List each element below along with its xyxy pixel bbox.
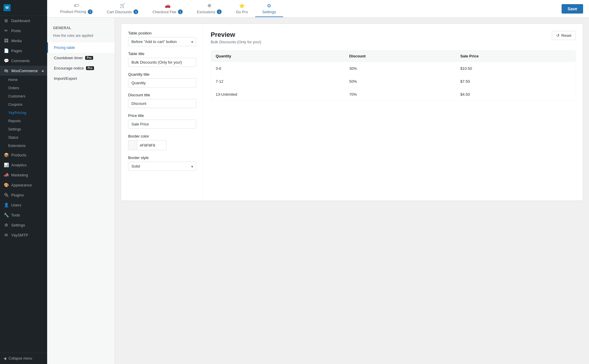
sidebar-item-media[interactable]: 🖼 Media: [0, 36, 47, 46]
preview-col-quantity: Quantity: [211, 50, 345, 62]
sidebar: W ⊞ Dashboard ✏ Posts 🖼 Media 📄 Pages 💬 …: [0, 0, 47, 364]
border-style-select[interactable]: SolidDashedDottedNone: [128, 162, 196, 171]
preview-table-body: 3-630%$10.507-1250%$7.5013-Unlimited70%$…: [211, 62, 576, 101]
tab-label: Cart Discounts 1: [107, 9, 138, 14]
cell-discount: 30%: [344, 62, 456, 75]
discount-title-input[interactable]: [128, 99, 196, 108]
users-icon: 👤: [4, 203, 9, 207]
preview-title-group: Preview Bulk Discounts (Only for you!): [211, 31, 261, 44]
sidebar-item-products[interactable]: 📦 Products: [0, 150, 47, 160]
sidebar-subitem-coupons[interactable]: Coupons: [0, 100, 47, 109]
preview-table-head: Quantity Discount Sale Price: [211, 50, 576, 62]
quantity-title-input[interactable]: [128, 78, 196, 87]
sidebar-item-dashboard[interactable]: ⊞ Dashboard: [0, 16, 47, 26]
table-position-select[interactable]: Before "Add to cart" buttonAfter "Add to…: [128, 37, 196, 46]
table-title-input[interactable]: [128, 58, 196, 67]
go-pro-icon: ⭐: [239, 3, 245, 9]
cell-sale-price: $7.50: [456, 75, 575, 88]
sidebar-item-appearance[interactable]: 🎨 Appearance: [0, 180, 47, 190]
sidebar-item-label: Orders: [8, 86, 19, 90]
checkout-fee-icon: 🚗: [165, 3, 171, 8]
form-group-table-title: Table title: [128, 52, 196, 67]
settings-section-subtitle: How the rules are applied: [47, 32, 115, 42]
settings-section-general: General: [47, 24, 115, 32]
sidebar-item-label: Coupons: [8, 102, 22, 107]
tab-product-pricing[interactable]: 🏷 Product Pricing 2: [53, 1, 100, 17]
sidebar-item-label: Analytics: [11, 163, 27, 167]
settings-nav-import-export[interactable]: Import/Export: [47, 73, 115, 84]
color-swatch: [128, 140, 137, 150]
form-group-border-color: Border color: [128, 134, 196, 150]
sidebar-item-label: Plugins: [11, 193, 24, 197]
border-color-wrapper[interactable]: [128, 140, 166, 150]
pages-icon: 📄: [4, 48, 9, 53]
settings-nav-encourage-notice[interactable]: Encourage notice Pro: [47, 63, 115, 73]
sidebar-item-tools[interactable]: 🔧 Tools: [0, 210, 47, 220]
sidebar-subitem-reports[interactable]: Reports: [0, 117, 47, 125]
sidebar-subitem-customers[interactable]: Customers: [0, 92, 47, 100]
sidebar-item-label: Status: [8, 135, 18, 140]
sidebar-subitem-settings-woo[interactable]: Settings: [0, 125, 47, 133]
tab-badge: 1: [217, 9, 222, 14]
form-group-quantity-title: Quantity title: [128, 72, 196, 87]
tab-checkout-fee[interactable]: 🚗 Checkout Fee 1: [145, 0, 190, 17]
save-button[interactable]: Save: [562, 4, 583, 14]
cell-quantity: 7-12: [211, 75, 345, 88]
wordpress-icon: W: [4, 4, 11, 11]
sidebar-subitem-status[interactable]: Status: [0, 133, 47, 142]
preview-table-header-row: Quantity Discount Sale Price: [211, 50, 576, 62]
tab-exclusions[interactable]: ⊗ Exclusions 1: [190, 0, 229, 17]
collapse-menu-button[interactable]: ◀ Collapse menu: [0, 353, 47, 364]
settings-nav-label: Import/Export: [54, 76, 77, 81]
form-group-discount-title: Discount title: [128, 93, 196, 108]
sidebar-subitem-extensions[interactable]: Extensions: [0, 142, 47, 150]
tab-cart-discounts[interactable]: 🛒 Cart Discounts 1: [100, 0, 145, 17]
sidebar-item-pages[interactable]: 📄 Pages: [0, 46, 47, 56]
form-group-table-position: Table position Before "Add to cart" butt…: [128, 31, 196, 46]
sidebar-item-label: Dashboard: [11, 19, 30, 23]
cell-quantity: 13-Unlimited: [211, 88, 345, 101]
sidebar-item-label: Customers: [8, 94, 25, 98]
settings-nav-label: Countdown timer: [54, 56, 83, 60]
sidebar-item-woocommerce[interactable]: 🛍 WooCommerce ◀: [0, 66, 47, 76]
sidebar-item-marketing[interactable]: 📣 Marketing: [0, 170, 47, 180]
sidebar-logo: W: [0, 0, 47, 16]
sidebar-subitem-home[interactable]: Home: [0, 76, 47, 84]
exclusions-icon: ⊗: [207, 3, 211, 8]
reset-button[interactable]: ↺ Reset: [552, 31, 576, 40]
tab-badge: 2: [88, 9, 93, 14]
sidebar-item-settings[interactable]: ⚙ Settings: [0, 220, 47, 230]
tab-settings[interactable]: ⚙ Settings: [255, 1, 283, 17]
border-style-label: Border style: [128, 155, 196, 160]
table-title-label: Table title: [128, 52, 196, 56]
settings-icon: ⚙: [4, 223, 9, 227]
sidebar-subitem-orders[interactable]: Orders: [0, 84, 47, 92]
sidebar-item-yaysmtp[interactable]: ✉ YaySMTP: [0, 230, 47, 240]
cell-sale-price: $4.50: [456, 88, 575, 101]
settings-nav-countdown-timer[interactable]: Countdown timer Pro: [47, 53, 115, 63]
preview-col-discount: Discount: [344, 50, 456, 62]
sidebar-item-label: Settings: [11, 223, 25, 227]
tab-label: Checkout Fee 1: [152, 9, 183, 14]
product-pricing-icon: 🏷: [74, 3, 79, 8]
sidebar-item-label: Media: [11, 39, 22, 43]
sidebar-item-label: Products: [11, 153, 26, 157]
sidebar-subitem-yaypricing[interactable]: YayPricing: [0, 109, 47, 117]
tab-go-pro[interactable]: ⭐ Go Pro: [229, 1, 255, 17]
border-color-input[interactable]: [137, 141, 164, 150]
sidebar-item-posts[interactable]: ✏ Posts: [0, 26, 47, 36]
sidebar-item-label: Reports: [8, 119, 21, 123]
tab-label: Product Pricing 2: [60, 9, 93, 14]
sidebar-item-label: Posts: [11, 29, 21, 33]
sidebar-item-users[interactable]: 👤 Users: [0, 200, 47, 210]
sidebar-item-comments[interactable]: 💬 Comments: [0, 56, 47, 66]
preview-table: Quantity Discount Sale Price 3-630%$10.5…: [211, 50, 576, 101]
tab-label: Settings: [262, 10, 276, 14]
woocommerce-arrow: ◀: [41, 69, 44, 72]
form-group-border-style: Border style SolidDashedDottedNone: [128, 155, 196, 171]
sidebar-item-plugins[interactable]: 🔌 Plugins: [0, 190, 47, 200]
settings-nav-pricing-table[interactable]: Pricing table: [47, 42, 115, 53]
price-title-input[interactable]: [128, 120, 196, 129]
sidebar-item-label: Tools: [11, 213, 20, 217]
sidebar-item-analytics[interactable]: 📊 Analytics: [0, 160, 47, 170]
